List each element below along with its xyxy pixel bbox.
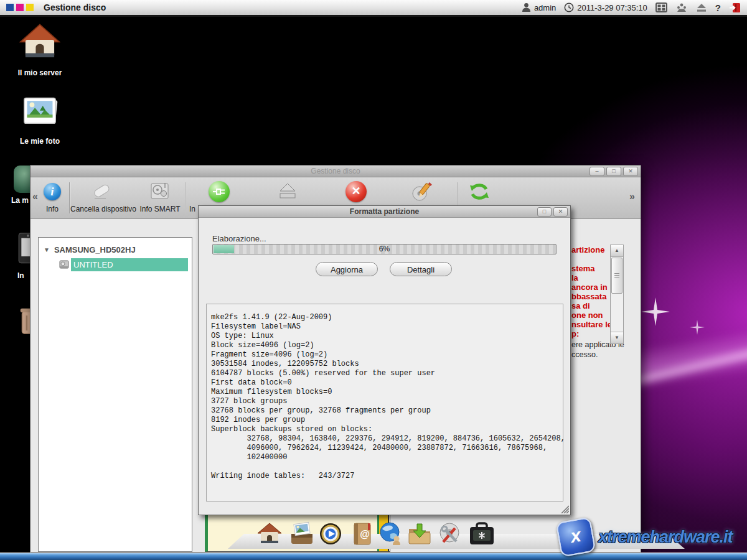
remove-icon: ✕ [345, 181, 367, 202]
dialog-maximize-button[interactable]: □ [537, 207, 552, 217]
brand-logo-icon [6, 4, 36, 11]
progress-status-label: Elaborazione... [212, 234, 266, 243]
details-button[interactable]: Dettagli [390, 262, 452, 276]
logo-square-magenta [16, 4, 24, 11]
screen: Il mio server Le mie foto La m In [0, 0, 747, 560]
remove-button[interactable]: ✕ [344, 180, 368, 203]
active-app-title: Gestione disco [44, 2, 106, 12]
tree-device-row[interactable]: ▼ SAMSUNG_HD502HJ [44, 245, 136, 254]
tree-device-name: SAMSUNG_HD502HJ [54, 245, 136, 254]
desktop-icon-label: Le mie foto [10, 137, 70, 146]
dock-network-button[interactable] [378, 521, 403, 546]
clock-icon [564, 2, 574, 12]
close-button[interactable]: ✕ [623, 167, 638, 176]
sparkle-icon [641, 297, 670, 326]
toolbar-scroll-left-icon[interactable]: « [32, 191, 38, 202]
photos-icon [19, 93, 60, 132]
disk-tools-icon [438, 521, 463, 546]
top-menubar: Gestione disco admin 2011-3-29 07:35:10 … [0, 0, 747, 17]
address-book-icon: @ [350, 521, 375, 546]
logo-square-yellow [26, 4, 34, 11]
dock-home-button[interactable] [257, 521, 282, 546]
toolbar-scroll-right-icon[interactable]: » [629, 191, 635, 202]
erase-device-button[interactable] [90, 180, 114, 203]
toolbox-icon [469, 521, 495, 546]
home-icon [257, 521, 282, 546]
pilot-widget-icon[interactable] [675, 3, 688, 12]
logo-square-blue [6, 4, 14, 11]
user-icon [522, 2, 531, 12]
watermark-text: xtremehardware.it [598, 528, 733, 547]
watermark: x xtremehardware.it [558, 520, 733, 554]
eject-tool-icon [278, 182, 298, 202]
refresh-button[interactable] [467, 180, 491, 203]
smart-info-label: Info SMART [130, 205, 190, 213]
info-icon: i [44, 183, 61, 200]
format-pencil-icon [411, 180, 433, 203]
refresh-icon [468, 180, 491, 203]
plug-icon [209, 181, 230, 202]
device-tree-panel: ▼ SAMSUNG_HD502HJ UNTITLED [38, 237, 192, 552]
scroll-down-icon[interactable]: ▼ [611, 332, 623, 343]
photo-drawer-icon [289, 521, 314, 546]
dock-download-button[interactable] [407, 521, 432, 546]
minimize-button[interactable]: – [590, 167, 604, 176]
show-desktop-icon[interactable] [655, 2, 667, 12]
datetime: 2011-3-29 07:35:10 [577, 3, 647, 12]
dock-contacts-button[interactable]: @ [350, 521, 375, 546]
resize-grip[interactable] [559, 503, 569, 513]
console-output: mke2fs 1.41.9 (22-Aug-2009) Filesystem l… [211, 313, 565, 481]
logout-icon[interactable] [729, 2, 741, 13]
info-button[interactable]: i [40, 180, 64, 203]
console-output-box: mke2fs 1.41.9 (22-Aug-2009) Filesystem l… [206, 304, 563, 502]
progress-percent: 6% [213, 245, 556, 254]
svg-text:@: @ [360, 529, 370, 539]
progress-bar: 6% [212, 244, 557, 254]
watermark-logo-icon: x [556, 517, 596, 558]
home-icon [19, 22, 60, 63]
dock-photos-button[interactable] [289, 521, 314, 546]
window-titlebar[interactable]: Gestione disco – □ ✕ [31, 166, 641, 177]
smart-disk-icon [149, 180, 171, 203]
clock: 2011-3-29 07:35:10 [564, 2, 647, 12]
maximize-button[interactable]: □ [606, 167, 621, 176]
dock-backup-button[interactable] [469, 521, 494, 546]
tree-partition-row-selected[interactable]: UNTITLED [71, 258, 188, 271]
mount-button[interactable] [207, 180, 231, 203]
username: admin [534, 3, 556, 12]
scroll-up-icon[interactable]: ▲ [611, 245, 623, 257]
side-panel-scrollbar[interactable]: ▲ ▼ [610, 245, 624, 344]
media-player-icon [318, 521, 343, 546]
eject-device-button[interactable] [276, 180, 299, 203]
desktop-icon-my-photos[interactable]: Le mie foto [10, 93, 70, 146]
user-menu[interactable]: admin [522, 2, 556, 12]
desktop-icon-label: Il mio server [10, 68, 70, 77]
eraser-icon [91, 181, 113, 202]
eject-icon[interactable] [696, 3, 707, 12]
dialog-close-button[interactable]: ✕ [553, 207, 568, 217]
format-partition-dialog: Formatta partizione □ ✕ Elaborazione... … [198, 205, 571, 515]
smart-info-button[interactable] [148, 180, 172, 203]
dialog-title: Formatta partizione [199, 206, 570, 217]
help-icon[interactable]: ? [715, 2, 721, 13]
sparkle-icon [690, 320, 705, 335]
tree-expand-icon[interactable]: ▼ [44, 246, 50, 253]
partition-icon [59, 259, 70, 270]
toolbar-separator [185, 182, 186, 213]
partition-warning-text: artizione stema la ancora in bbassata sa… [571, 245, 612, 338]
scrollbar-thumb[interactable] [611, 258, 622, 294]
download-folder-icon [407, 521, 432, 546]
dialog-titlebar[interactable]: Formatta partizione □ ✕ [199, 206, 570, 218]
globe-user-icon [378, 521, 403, 546]
tree-partition-name: UNTITLED [73, 260, 113, 269]
dock-media-button[interactable] [318, 521, 343, 546]
dock-disk-utility-button[interactable] [438, 521, 463, 546]
desktop-icon-my-server[interactable]: Il mio server [10, 22, 70, 77]
window-title: Gestione disco [31, 166, 641, 177]
format-partition-button[interactable] [410, 180, 434, 203]
refresh-progress-button[interactable]: Aggiorna [316, 262, 378, 276]
